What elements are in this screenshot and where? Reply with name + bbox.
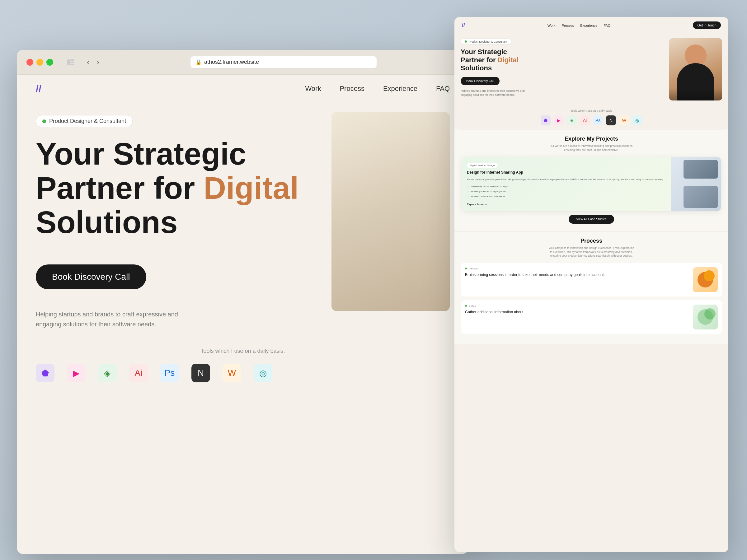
small-nav-link-work[interactable]: Work (547, 24, 555, 27)
step-badge-text-1: Discover (469, 267, 479, 270)
process-step-discover: Discover Brainstorming sessions in order… (461, 263, 722, 296)
tool-notion-icon: N (191, 364, 210, 382)
tool-figma-icon: ⬟ (36, 364, 54, 382)
nav-link-experience[interactable]: Experience (383, 85, 417, 92)
small-tool-1: ⬟ (541, 115, 550, 125)
process-subtitle: Your compass to innovation and design ex… (548, 246, 635, 258)
svg-rect-3 (70, 64, 74, 65)
hero-subtitle: Helping startups and brands to craft exp… (36, 309, 191, 329)
main-browser-window: ‹ › 🔒 athos2.framer.website // Work Proc… (17, 50, 468, 554)
hero-image-overlay (669, 88, 722, 101)
main-tools-section: Tools which I use on a daily basis. ⬟ ▶ … (17, 329, 468, 382)
small-tool-4: Ai (580, 115, 590, 125)
explore-projects-section: Explore My Projects Our works are a blen… (455, 129, 728, 231)
project-card-right (671, 157, 721, 211)
svg-rect-0 (67, 59, 70, 65)
tools-row: ⬟ ▶ ◈ Ai Ps N W ◎ (36, 364, 450, 382)
small-book-discovery-call-button[interactable]: Book Discovery Call (461, 77, 499, 85)
small-site-nav: // Work Process Experience FAQ Get in To… (455, 17, 728, 33)
main-nav-links: Work Process Experience FAQ (305, 85, 450, 93)
explore-title: Explore My Projects (461, 136, 722, 142)
small-hero-subtitle: Helping startups and brands to craft exp… (461, 89, 529, 97)
hero-title-line1: Your Strategic (36, 136, 246, 171)
hero-image (332, 112, 450, 311)
hero-title-highlight: Digital (204, 170, 299, 205)
tool-sketch-icon: ◈ (98, 364, 117, 382)
define-visual-svg (693, 304, 718, 329)
close-button[interactable] (26, 59, 33, 65)
project-card-left: Digital Product Design Design for Intern… (462, 157, 671, 211)
hero-divider (36, 255, 160, 255)
book-discovery-call-button[interactable]: Book Discovery Call (36, 264, 146, 289)
project-img-shape1 (684, 160, 718, 179)
small-tool-3: ◈ (567, 115, 577, 125)
small-title-line3: Solutions (461, 64, 492, 72)
back-button[interactable]: ‹ (84, 57, 92, 68)
process-title: Process (461, 238, 722, 244)
small-hero-badge: Product Designer & Consultant (461, 38, 511, 45)
checklist-item-2: ✓ Brand guidelines & style guides (467, 189, 666, 194)
process-step-left-2: Define Gather additional information abo… (465, 304, 689, 317)
project-tag: Digital Product Design (467, 163, 498, 168)
checklist-item-1: ✓ Awesome visual identities & logos (467, 184, 666, 189)
traffic-lights (26, 59, 53, 65)
hero-badge: Product Designer & Consultant (36, 115, 133, 127)
svg-rect-2 (70, 61, 74, 63)
small-title-line1: Your Strategic (461, 48, 507, 56)
small-get-in-touch-button[interactable]: Get in Touch (693, 22, 721, 29)
nav-link-faq[interactable]: FAQ (436, 85, 450, 92)
svg-point-5 (704, 308, 716, 320)
small-site-logo: // (462, 22, 465, 28)
small-tools-label: Tools which I use on a daily basis (461, 109, 722, 112)
small-badge-dot (465, 41, 467, 43)
tool-photoshop-icon: Ps (160, 364, 179, 382)
small-browser-window: // Work Process Experience FAQ Get in To… (455, 17, 728, 552)
process-step-visual-1 (693, 267, 718, 292)
process-step-title-2: Gather additional information about (465, 310, 689, 315)
view-all-case-studies-button[interactable]: View All Case Studies (569, 215, 614, 224)
nav-link-process[interactable]: Process (340, 85, 364, 92)
process-section: Process Your compass to innovation and d… (455, 231, 728, 344)
minimize-button[interactable] (36, 59, 43, 65)
small-nav-link-faq[interactable]: FAQ (603, 24, 610, 27)
browser-chrome: ‹ › 🔒 athos2.framer.website (17, 50, 468, 75)
project-card-title: Design for Internet Sharing App (467, 170, 666, 175)
small-tool-6: N (606, 115, 616, 125)
small-hero-left: Product Designer & Consultant Your Strat… (461, 38, 665, 101)
project-checklist: ✓ Awesome visual identities & logos ✓ Br… (467, 184, 666, 199)
small-nav-link-process[interactable]: Process (562, 24, 574, 27)
tool-illustrator-icon: Ai (129, 364, 148, 382)
small-tool-8: ◎ (632, 115, 642, 125)
hero-title: Your Strategic Partner for Digital Solut… (36, 137, 316, 239)
hero-title-line2: Partner for Digital (36, 170, 299, 205)
project-img-shape2 (684, 186, 718, 208)
small-tools-section: Tools which I use on a daily basis ⬟ ▶ ◈… (455, 105, 728, 129)
nav-link-work[interactable]: Work (305, 85, 321, 92)
browser-nav-arrows: ‹ › (84, 57, 102, 68)
explore-subtitle: Our works are a blend of innovative thin… (548, 144, 635, 152)
sidebar-toggle-button[interactable] (65, 58, 77, 67)
explore-more-link[interactable]: Explore More → (467, 203, 666, 206)
checklist-text-1: Awesome visual identities & logos (471, 185, 509, 188)
small-nav-links: Work Process Experience FAQ (547, 22, 610, 28)
lock-icon: 🔒 (196, 59, 202, 65)
badge-dot (42, 119, 46, 123)
step-dot-1 (465, 268, 467, 269)
check-icon-2: ✓ (467, 190, 469, 193)
hero-title-line3: Solutions (36, 205, 178, 240)
tool-other-icon: ◎ (254, 364, 272, 382)
checklist-item-3: ✓ Brand collateral + social media (467, 194, 666, 199)
process-step-define: Define Gather additional information abo… (461, 300, 722, 334)
tool-framer-icon: ▶ (67, 364, 85, 382)
small-tool-2: ▶ (554, 115, 564, 125)
step-dot-2 (465, 305, 467, 307)
small-tool-7: W (619, 115, 629, 125)
forward-button[interactable]: › (94, 57, 102, 68)
small-nav-link-experience[interactable]: Experience (580, 24, 597, 27)
main-website-content: // Work Process Experience FAQ Product D… (17, 75, 468, 554)
shape-circles-1 (693, 267, 718, 292)
maximize-button[interactable] (46, 59, 53, 65)
process-step-title-1: Brainstorming sessions in order to take … (465, 272, 689, 277)
address-bar[interactable]: 🔒 athos2.framer.website (190, 56, 377, 69)
step-badge-text-2: Define (469, 304, 476, 308)
